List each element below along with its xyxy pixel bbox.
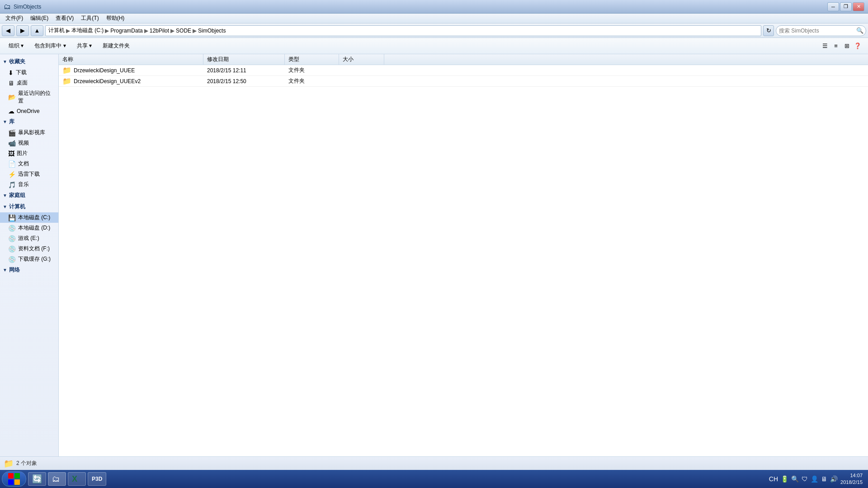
col-header-date[interactable]: 修改日期 xyxy=(203,54,285,65)
file-date-cell: 2018/2/15 12:11 xyxy=(203,67,285,74)
restore-button[interactable]: ❐ xyxy=(840,2,852,11)
col-header-type[interactable]: 类型 xyxy=(285,54,339,65)
sidebar-item-pictures[interactable]: 🖼 图片 xyxy=(0,148,58,159)
sidebar-item-documents[interactable]: 📄 文档 xyxy=(0,159,58,169)
address-path[interactable]: 计算机 ▶ 本地磁盘 (C:) ▶ ProgramData ▶ 12bPilot… xyxy=(45,25,761,36)
back-button[interactable]: ◀ xyxy=(2,25,14,36)
refresh-button[interactable]: ↻ xyxy=(763,25,774,36)
start-button[interactable] xyxy=(2,471,26,487)
view-details-button[interactable]: ≡ xyxy=(831,41,841,51)
up-button[interactable]: ▲ xyxy=(31,25,43,36)
new-folder-button[interactable]: 新建文件夹 xyxy=(98,40,135,52)
search-icon: 🔍 xyxy=(856,27,863,34)
sidebar-item-video[interactable]: 📹 视频 xyxy=(0,138,58,148)
monitor-icon[interactable]: 🖥 xyxy=(821,475,827,483)
windows-logo-icon xyxy=(7,472,21,486)
toolbar: 组织 ▾ 包含到库中 ▾ 共享 ▾ 新建文件夹 ☰ ≡ ⊞ ❓ xyxy=(0,38,868,54)
sidebar-item-drive-g[interactable]: 💿 下载缓存 (G:) xyxy=(0,254,58,264)
libraries-label: 库 xyxy=(9,118,14,126)
minimize-button[interactable]: ─ xyxy=(827,2,839,11)
breadcrumb-sode[interactable]: SODE xyxy=(176,28,191,34)
sidebar-item-drive-c[interactable]: 💾 本地磁盘 (C:) xyxy=(0,212,58,223)
tray-time: 14:07 xyxy=(840,472,863,479)
breadcrumb-simobjects[interactable]: SimObjects xyxy=(198,28,226,34)
menu-file[interactable]: 文件(F) xyxy=(2,14,27,23)
status-folder-icon: 📁 xyxy=(4,459,14,469)
menu-bar: 文件(F) 编辑(E) 查看(V) 工具(T) 帮助(H) xyxy=(0,14,868,23)
menu-help[interactable]: 帮助(H) xyxy=(103,14,128,23)
taskbar-tray: CH 🔋 🔍 🛡 👤 🖥 🔊 14:07 2018/2/15 xyxy=(765,472,866,486)
sidebar-item-recent[interactable]: 📂 最近访问的位置 xyxy=(0,88,58,106)
sidebar-libraries-header[interactable]: ▼ 库 xyxy=(0,116,58,127)
taskbar-explorer-button[interactable]: 🗂 xyxy=(48,472,66,486)
drive-e-icon: 💿 xyxy=(8,235,16,242)
ime-indicator[interactable]: CH xyxy=(769,475,778,483)
window-controls: ─ ❐ ✕ xyxy=(827,2,864,11)
drive-g-icon: 💿 xyxy=(8,256,16,263)
col-header-size[interactable]: 大小 xyxy=(339,54,384,65)
sidebar-drive-g-label: 下载缓存 (G:) xyxy=(18,255,51,263)
excel-icon: X xyxy=(72,474,77,484)
taskbar-security-button[interactable]: 🔄 xyxy=(28,472,46,486)
battery-icon[interactable]: 🔋 xyxy=(781,475,788,483)
computer-arrow-icon: ▼ xyxy=(3,204,7,209)
col-header-name[interactable]: 名称 xyxy=(59,54,203,65)
view-list-button[interactable]: ☰ xyxy=(820,41,830,51)
sidebar: ▼ 收藏夹 ⬇ 下载 🖥 桌面 📂 最近访问的位置 ☁ OneDrive ▼ 库… xyxy=(0,54,59,456)
shield-icon[interactable]: 🛡 xyxy=(802,475,808,483)
view-tiles-button[interactable]: ⊞ xyxy=(842,41,852,51)
sidebar-item-drive-e[interactable]: 💿 游戏 (E:) xyxy=(0,233,58,244)
file-list-header: 名称 修改日期 类型 大小 xyxy=(59,54,868,65)
taskbar-excel-button[interactable]: X xyxy=(68,472,86,486)
sidebar-drive-c-label: 本地磁盘 (C:) xyxy=(18,214,50,221)
breadcrumb-programdata[interactable]: ProgramData xyxy=(110,28,142,34)
user-icon[interactable]: 👤 xyxy=(811,475,818,483)
sidebar-recent-label: 最近访问的位置 xyxy=(18,89,55,105)
sidebar-desktop-label: 桌面 xyxy=(17,79,28,87)
search-input[interactable] xyxy=(776,25,866,36)
computer-label: 计算机 xyxy=(9,203,25,211)
volume-icon[interactable]: 🔊 xyxy=(830,475,838,483)
sidebar-computer-header[interactable]: ▼ 计算机 xyxy=(0,201,58,212)
search-tray-icon[interactable]: 🔍 xyxy=(791,475,799,483)
sidebar-network-header[interactable]: ▼ 网络 xyxy=(0,264,58,276)
sidebar-homegroup-header[interactable]: ▼ 家庭组 xyxy=(0,190,58,201)
help-button[interactable]: ❓ xyxy=(853,41,863,51)
sidebar-item-thunder[interactable]: ⚡ 迅雷下载 xyxy=(0,169,58,179)
sidebar-item-drive-d[interactable]: 💿 本地磁盘 (D:) xyxy=(0,223,58,233)
sidebar-drive-d-label: 本地磁盘 (D:) xyxy=(18,224,50,232)
file-date-cell: 2018/2/15 12:50 xyxy=(203,78,285,84)
sidebar-favorites-header[interactable]: ▼ 收藏夹 xyxy=(0,56,58,67)
taskbar-p3d-button[interactable]: P3D xyxy=(88,472,106,486)
menu-view[interactable]: 查看(V) xyxy=(52,14,77,23)
folder-icon: 📁 xyxy=(62,77,71,85)
sidebar-item-drive-f[interactable]: 💿 资料文档 (F:) xyxy=(0,244,58,254)
address-bar: ◀ ▶ ▲ 计算机 ▶ 本地磁盘 (C:) ▶ ProgramData ▶ 12… xyxy=(0,23,868,38)
homegroup-label: 家庭组 xyxy=(9,192,25,199)
organize-button[interactable]: 组织 ▾ xyxy=(4,40,28,52)
close-button[interactable]: ✕ xyxy=(853,2,864,11)
favorites-arrow-icon: ▼ xyxy=(3,59,7,64)
sidebar-item-onedrive[interactable]: ☁ OneDrive xyxy=(0,106,58,116)
table-row[interactable]: 📁 DrzewieckiDesign_UUEEv2 2018/2/15 12:5… xyxy=(59,76,868,87)
sidebar-item-video-store[interactable]: 🎬 暴风影视库 xyxy=(0,127,58,138)
menu-tools[interactable]: 工具(T) xyxy=(77,14,102,23)
include-library-button[interactable]: 包含到库中 ▾ xyxy=(29,40,71,52)
breadcrumb-computer[interactable]: 计算机 xyxy=(48,27,65,34)
status-text: 2 个对象 xyxy=(16,460,37,467)
drive-c-icon: 💾 xyxy=(8,214,16,221)
sidebar-item-download[interactable]: ⬇ 下载 xyxy=(0,67,58,78)
breadcrumb-drive[interactable]: 本地磁盘 (C:) xyxy=(71,27,104,34)
network-label: 网络 xyxy=(9,266,20,274)
svg-rect-1 xyxy=(14,473,20,479)
onedrive-icon: ☁ xyxy=(8,108,14,115)
table-row[interactable]: 📁 DrzewieckiDesign_UUEE 2018/2/15 12:11 … xyxy=(59,65,868,76)
sidebar-video-label: 视频 xyxy=(18,139,29,147)
forward-button[interactable]: ▶ xyxy=(16,25,29,36)
video-icon: 📹 xyxy=(8,140,16,147)
sidebar-item-desktop[interactable]: 🖥 桌面 xyxy=(0,78,58,88)
breadcrumb-12bpilot[interactable]: 12bPilot xyxy=(150,28,169,34)
share-button[interactable]: 共享 ▾ xyxy=(72,40,97,52)
menu-edit[interactable]: 编辑(E) xyxy=(27,14,52,23)
sidebar-item-music[interactable]: 🎵 音乐 xyxy=(0,179,58,190)
